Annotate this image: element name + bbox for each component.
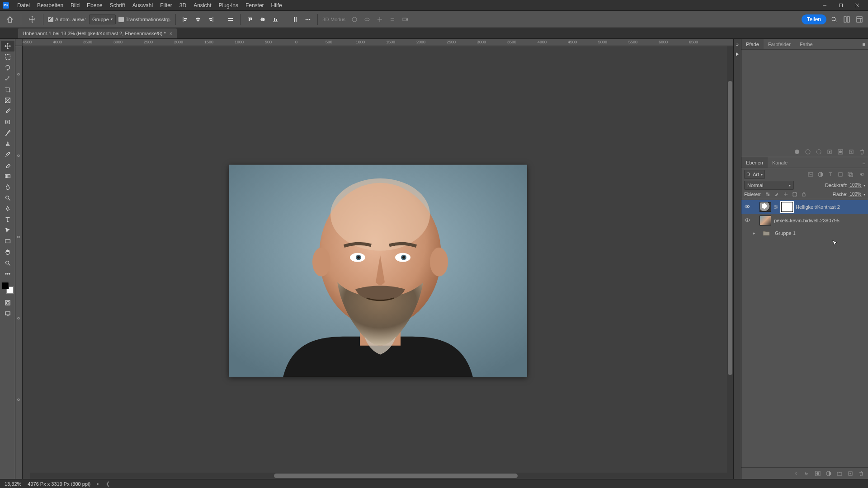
layer-row-image[interactable]: pexels-kevin-bidwell-2380795 (741, 214, 868, 227)
visibility-toggle-icon[interactable] (744, 217, 750, 224)
tab-pfade[interactable]: Pfade (741, 39, 764, 49)
new-path-icon[interactable] (848, 149, 854, 155)
layers-panel-menu-icon[interactable]: ≡ (860, 160, 868, 165)
panel-menu-icon[interactable]: ≡ (860, 42, 868, 47)
mask-thumbnail[interactable] (781, 202, 793, 212)
align-top-icon[interactable] (245, 14, 255, 24)
collapsed-panel-strip[interactable]: » (733, 39, 741, 479)
lock-position-icon[interactable] (783, 192, 788, 197)
menu-bearbeiten[interactable]: Bearbeiten (33, 0, 67, 10)
align-hcenter-icon[interactable] (193, 14, 203, 24)
color-swatches[interactable] (2, 282, 14, 294)
layer-fx-icon[interactable]: fx (804, 470, 810, 477)
menu-filter[interactable]: Filter (156, 0, 176, 10)
search-icon[interactable] (829, 14, 839, 24)
stroke-path-icon[interactable] (805, 149, 811, 155)
layer-row-group[interactable]: ▸ Gruppe 1 (741, 227, 868, 239)
document-tab[interactable]: Unbenannt-1 bei 13,3% (Helligkeit/Kontra… (18, 28, 177, 38)
filter-toggle-icon[interactable] (859, 171, 865, 178)
menu-3d[interactable]: 3D (176, 0, 190, 10)
collapsed-panel-icon[interactable] (734, 51, 741, 58)
menu-fenster[interactable]: Fenster (242, 0, 268, 10)
menu-datei[interactable]: Datei (14, 0, 33, 10)
window-maximize-button[interactable] (833, 0, 849, 11)
dodge-tool[interactable] (1, 192, 14, 203)
filter-shape-icon[interactable] (837, 171, 844, 178)
menu-schrift[interactable]: Schrift (106, 0, 129, 10)
vertical-scrollbar[interactable] (727, 46, 733, 479)
auto-select-checkbox[interactable]: Autom. ausw.: (48, 17, 86, 22)
brush-tool[interactable] (1, 127, 14, 138)
add-mask-path-icon[interactable] (837, 149, 844, 155)
lock-all-icon[interactable] (801, 192, 807, 197)
delete-layer-icon[interactable] (858, 470, 864, 477)
menu-auswahl[interactable]: Auswahl (129, 0, 156, 10)
visibility-toggle-icon[interactable] (744, 204, 750, 210)
eraser-tool[interactable] (1, 160, 14, 171)
layer-name[interactable]: Gruppe 1 (775, 230, 796, 236)
menu-hilfe[interactable]: Hilfe (268, 0, 286, 10)
document-tab-close-icon[interactable]: × (170, 31, 172, 36)
vertical-ruler[interactable]: 00000 (15, 46, 23, 479)
new-layer-icon[interactable] (847, 470, 854, 477)
delete-path-icon[interactable] (859, 149, 865, 155)
layer-filter-dropdown[interactable]: Art ▾ (744, 170, 765, 179)
tab-ebenen[interactable]: Ebenen (741, 157, 768, 168)
menu-ebene[interactable]: Ebene (83, 0, 106, 10)
rectangle-tool[interactable] (1, 236, 14, 247)
filter-smart-icon[interactable] (847, 171, 854, 178)
quickmask-icon[interactable] (1, 297, 14, 308)
adjustment-thumbnail[interactable] (760, 202, 771, 212)
healing-brush-tool[interactable] (1, 117, 14, 127)
path-select-tool[interactable] (1, 225, 14, 236)
fill-path-icon[interactable] (794, 149, 800, 155)
move-tool-icon[interactable] (26, 13, 38, 26)
pen-tool[interactable] (1, 203, 14, 214)
link-layers-icon[interactable] (793, 470, 799, 477)
blend-mode-dropdown[interactable]: Normal▾ (744, 181, 794, 190)
canvas[interactable] (23, 46, 733, 479)
expand-panels-icon[interactable]: » (734, 41, 741, 48)
layer-name[interactable]: Helligkeit/Kontrast 2 (796, 204, 840, 210)
horizontal-ruler[interactable]: 4500400035003000250020001500100050005001… (15, 39, 733, 46)
filter-text-icon[interactable] (827, 171, 834, 178)
fill-field[interactable]: Fläche: 100% ▾ (833, 192, 865, 197)
layer-row-adjustment[interactable]: ⛓ Helligkeit/Kontrast 2 (741, 200, 868, 214)
align-bottom-icon[interactable] (270, 14, 280, 24)
lock-paint-icon[interactable] (774, 192, 779, 197)
crop-tool[interactable] (1, 84, 14, 95)
tab-kanaele[interactable]: Kanäle (768, 157, 792, 168)
menu-bild[interactable]: Bild (67, 0, 83, 10)
marquee-tool[interactable] (1, 52, 14, 62)
align-left-icon[interactable] (180, 14, 190, 24)
new-adjustment-icon[interactable] (826, 470, 832, 477)
screenmode-icon[interactable] (1, 308, 14, 319)
doc-info[interactable]: 4976 Px x 3319 Px (300 ppi) (28, 481, 90, 487)
distribute-icon[interactable] (226, 14, 236, 24)
hand-tool[interactable] (1, 247, 14, 258)
zoom-level[interactable]: 13,32% (5, 481, 21, 487)
foreground-color-swatch[interactable] (2, 282, 9, 289)
home-icon[interactable] (4, 13, 16, 26)
tab-farbfelder[interactable]: Farbfelder (764, 39, 795, 49)
layer-name[interactable]: pexels-kevin-bidwell-2380795 (774, 218, 840, 223)
zoom-tool[interactable] (1, 258, 14, 268)
arrange-docs-icon[interactable] (842, 14, 852, 24)
edit-toolbar-icon[interactable] (1, 268, 14, 279)
align-vcenter-icon[interactable] (258, 14, 268, 24)
window-minimize-button[interactable] (816, 0, 833, 11)
tab-farbe[interactable]: Farbe (795, 39, 817, 49)
add-mask-icon[interactable] (815, 470, 821, 477)
lasso-tool[interactable] (1, 62, 14, 73)
auto-select-target-dropdown[interactable]: Gruppe▾ (89, 14, 116, 24)
move-tool[interactable] (1, 41, 14, 52)
window-close-button[interactable] (849, 0, 865, 11)
status-chevron-icon[interactable]: ❮ (106, 481, 110, 487)
gradient-tool[interactable] (1, 171, 14, 182)
lock-pixels-icon[interactable] (765, 192, 770, 197)
distribute-v-icon[interactable] (290, 14, 300, 24)
frame-tool[interactable] (1, 95, 14, 106)
status-arrow-icon[interactable]: ▸ (97, 481, 99, 487)
type-tool[interactable] (1, 214, 14, 225)
selection-to-path-icon[interactable] (826, 149, 833, 155)
